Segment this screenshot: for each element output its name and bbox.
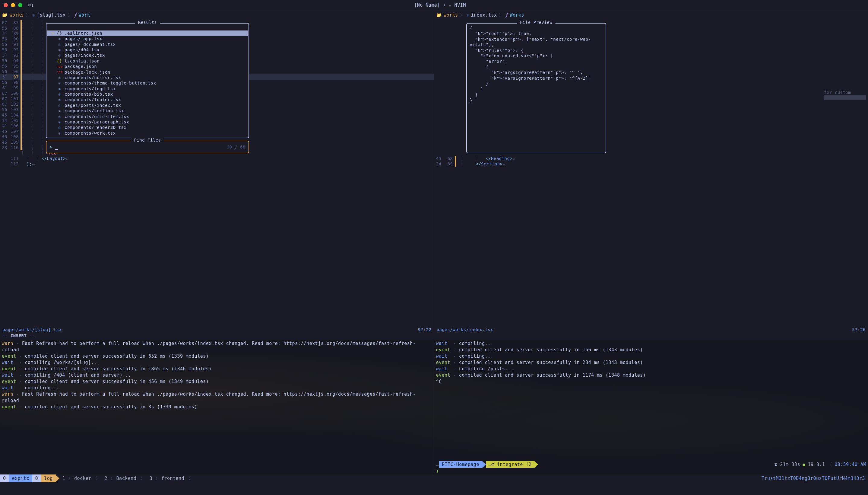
rel-line: 56 xyxy=(0,80,8,85)
preview-line: } xyxy=(470,81,603,86)
repo-chip: PITC-Homepage xyxy=(439,461,482,468)
tmux-session-name[interactable]: expitc xyxy=(9,475,32,482)
log-line: ^C xyxy=(436,378,867,385)
result-path: pages/404.tsx xyxy=(65,47,100,52)
telescope-preview[interactable]: File Preview { "k">"root""p">: true, "k"… xyxy=(466,23,606,153)
tmux-window[interactable]: 1〉docker xyxy=(59,475,94,482)
rel-line: 34 xyxy=(434,161,443,166)
pane-right[interactable]: 📁 works 〉 ⚛ index.tsx 〉 ƒ Works File Pre… xyxy=(434,10,868,332)
rel-line: 56 xyxy=(0,69,8,74)
result-item[interactable]: ⚛ pages/_app.tsx xyxy=(47,36,248,41)
result-item[interactable]: ⚛ pages/index.tsx xyxy=(47,52,248,58)
cursor-pos: 57:26 xyxy=(852,327,866,332)
result-path: components/bio.tsx xyxy=(65,92,113,97)
result-path: .eslintrc.json xyxy=(65,31,102,36)
result-item[interactable]: ⚛ components/grid-item.tsx xyxy=(47,114,248,119)
editor-area: 📁 works 〉 ⚛ [slug].tsx 〉 ƒ Work 67 87 ┊ … xyxy=(0,10,868,332)
pane-left[interactable]: 📁 works 〉 ⚛ [slug].tsx 〉 ƒ Work 67 87 ┊ … xyxy=(0,10,434,332)
folder-icon: 📁 xyxy=(436,12,442,18)
file-icon: npm xyxy=(57,65,62,68)
breadcrumb-func: Works xyxy=(510,12,525,18)
tmux-window-name[interactable]: log xyxy=(41,475,56,482)
terminal-area[interactable]: warn - Fast Refresh had to perform a ful… xyxy=(0,339,868,475)
result-item[interactable]: npm package.json xyxy=(47,64,248,69)
log-line: event - compiled client and server succe… xyxy=(436,359,867,366)
breadcrumb-file: [slug].tsx xyxy=(37,12,66,18)
log-line: warn - Fast Refresh had to perform a ful… xyxy=(2,391,432,404)
result-item[interactable]: > {} .eslintrc.json xyxy=(47,31,248,36)
clock: 08:59:40 AM xyxy=(834,461,866,468)
result-item[interactable]: npm package-lock.json xyxy=(47,69,248,74)
result-item[interactable]: ⚛ components/section.tsx xyxy=(47,108,248,114)
maximize-icon[interactable] xyxy=(18,3,22,7)
line-number: 99 xyxy=(8,85,20,90)
telescope-prompt[interactable]: Find Files > 68 / 68 xyxy=(46,141,249,153)
caret-icon: > xyxy=(51,31,54,36)
result-item[interactable]: {} tsconfig.json xyxy=(47,58,248,64)
file-icon: ⚛ xyxy=(57,103,62,108)
code-body-left[interactable]: 67 87 ┊ ┊ ┊ 56 88 ┊ ┊ ┊ 5˅ 89 ┊ ┊ ┊ 56 9… xyxy=(0,20,434,327)
result-item[interactable]: ⚛ components/logo.tsx xyxy=(47,86,248,91)
breadcrumb-folder: works xyxy=(444,12,458,18)
rel-line: 45 xyxy=(434,156,443,161)
tmux-bar[interactable]: 0 expitc 0log1〉docker〉2〉Backend〉3〉fronte… xyxy=(0,475,868,482)
line-number: 108 xyxy=(8,134,20,139)
rel-line: 4˅ xyxy=(0,123,8,128)
chevron-right-icon: 〉 xyxy=(25,12,31,18)
window-shortcut: ⌘1 xyxy=(28,3,34,7)
preview-line: "k">"rules""p">: { xyxy=(470,48,603,53)
result-item[interactable]: ⚛ components/no-ssr.tsx xyxy=(47,75,248,80)
result-path: components/work.tsx xyxy=(65,131,116,136)
tmux-window[interactable]: 2〉Backend xyxy=(102,475,140,482)
minimize-icon[interactable] xyxy=(11,3,15,7)
line-number: 95 xyxy=(8,64,20,69)
file-icon: ⚛ xyxy=(57,120,62,124)
telescope-results[interactable]: Results ⚛ components/work.tsx ⚛ componen… xyxy=(46,23,249,138)
line-number: 103 xyxy=(8,107,20,112)
line-number: 107 xyxy=(8,129,20,134)
rel-line: 5˅ xyxy=(0,53,8,58)
prompt-cursor[interactable] xyxy=(55,144,58,150)
result-item[interactable]: ⚛ components/bio.tsx xyxy=(47,91,248,97)
line-number: 100 xyxy=(8,91,20,96)
shell-prompt[interactable]: ❯ xyxy=(436,468,439,475)
line-number: 91 xyxy=(8,42,20,47)
result-item[interactable]: ⚛ components/render3D.tsx xyxy=(47,125,248,130)
preview-line: ] xyxy=(470,86,603,92)
terminal-right[interactable]: wait - compiling...event - compiled clie… xyxy=(434,339,868,475)
preview-line: { xyxy=(470,64,603,70)
file-path: pages/works/index.tsx xyxy=(437,327,493,332)
result-path: pages/posts/index.tsx xyxy=(65,103,121,108)
log-line: wait - compiling... xyxy=(436,340,867,347)
result-item[interactable]: ⚛ components/footer.tsx xyxy=(47,97,248,102)
log-line: warn - Fast Refresh had to perform a ful… xyxy=(2,340,432,353)
preview-title: File Preview xyxy=(517,20,555,25)
tmux-window[interactable]: 3〉frontend xyxy=(146,475,187,482)
result-item[interactable]: ⚛ pages/404.tsx xyxy=(47,47,248,52)
result-item[interactable]: ⚛ pages/_document.tsx xyxy=(47,41,248,47)
terminal-left[interactable]: warn - Fast Refresh had to perform a ful… xyxy=(0,339,434,475)
rel-line: 56 xyxy=(0,36,8,41)
result-item[interactable]: ⚛ pages/posts/index.tsx xyxy=(47,103,248,108)
result-item[interactable]: ⚛ components/work.tsx xyxy=(47,131,248,136)
tmux-window-current[interactable]: 0 xyxy=(32,475,41,482)
code-body-right[interactable]: File Preview { "k">"root""p">: true, "k"… xyxy=(434,20,868,327)
result-item[interactable]: ⚛ components/paragraph.tsx xyxy=(47,119,248,125)
file-path: pages/works/[slug].tsx xyxy=(2,327,61,332)
elapsed-time: 21m 33s xyxy=(780,461,800,468)
rel-line: 5˅ xyxy=(0,74,8,79)
rel-line: 56 xyxy=(0,25,8,31)
line-number: 69 xyxy=(443,161,455,166)
result-item[interactable]: ⚛ components/theme-toggle-button.tsx xyxy=(47,80,248,86)
rel-line: 45 xyxy=(0,129,8,134)
rel-line: 56 xyxy=(0,58,8,63)
status-dot-icon: ● xyxy=(802,461,805,468)
close-icon[interactable] xyxy=(4,3,8,7)
result-path: components/grid-item.tsx xyxy=(65,114,129,119)
prompt-title: Find Files xyxy=(131,138,164,142)
virtual-text: for custom xyxy=(824,90,866,101)
result-path: components/render3D.tsx xyxy=(65,125,126,130)
mode-line: -- INSERT -- xyxy=(0,332,868,339)
rel-line: 56 xyxy=(0,64,8,69)
tmux-session-num[interactable]: 0 xyxy=(0,475,9,482)
